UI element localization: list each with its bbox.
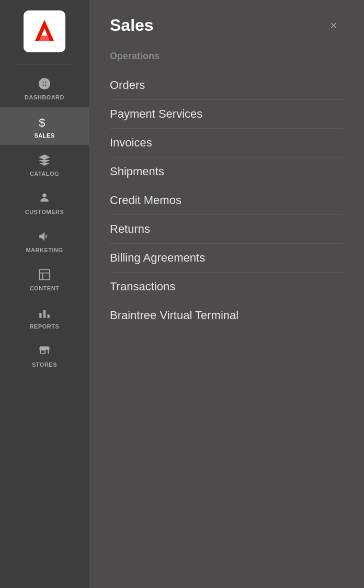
stores-label: STORES <box>32 361 57 368</box>
dashboard-icon <box>38 76 51 92</box>
content-label: CONTENT <box>30 285 60 291</box>
marketing-label: MARKETING <box>26 247 63 253</box>
panel-title: Sales <box>110 16 154 35</box>
menu-item-credit-memos[interactable]: Credit Memos <box>110 186 343 215</box>
svg-rect-6 <box>39 269 50 280</box>
marketing-icon <box>38 229 51 244</box>
svg-rect-10 <box>43 310 46 318</box>
menu-item-braintree[interactable]: Braintree Virtual Terminal <box>110 301 343 330</box>
reports-label: REPORTS <box>30 323 60 330</box>
sidebar-item-marketing[interactable]: MARKETING <box>0 221 89 259</box>
sales-icon: $ <box>38 114 51 130</box>
close-button[interactable]: × <box>324 16 343 35</box>
menu-item-orders[interactable]: Orders <box>110 71 343 100</box>
svg-text:$: $ <box>39 116 45 129</box>
svg-rect-9 <box>39 313 41 318</box>
menu-item-billing-agreements[interactable]: Billing Agreements <box>110 244 343 273</box>
panel-header: Sales × <box>110 16 343 35</box>
sidebar-item-catalog[interactable]: CATALOG <box>0 145 89 183</box>
adobe-logo-icon <box>30 17 59 46</box>
menu-list: OrdersPayment ServicesInvoicesShipmentsC… <box>110 71 343 330</box>
menu-item-returns[interactable]: Returns <box>110 215 343 244</box>
logo-box <box>24 10 65 52</box>
logo-area <box>0 0 89 62</box>
reports-icon <box>38 305 51 321</box>
sales-label: SALES <box>34 132 54 139</box>
sidebar-item-reports[interactable]: REPORTS <box>0 298 89 336</box>
sidebar-divider <box>16 64 73 64</box>
sidebar: DASHBOARD $ SALES CATALOG CUSTOMERS MARK… <box>0 0 89 588</box>
svg-rect-11 <box>47 314 49 318</box>
sidebar-item-customers[interactable]: CUSTOMERS <box>0 183 89 221</box>
menu-item-shipments[interactable]: Shipments <box>110 157 343 186</box>
stores-icon <box>38 343 51 359</box>
main-panel: Sales × Operations OrdersPayment Service… <box>89 0 364 588</box>
customers-label: CUSTOMERS <box>25 209 64 215</box>
section-label: Operations <box>110 51 343 62</box>
content-icon <box>38 267 51 282</box>
sidebar-item-dashboard[interactable]: DASHBOARD <box>0 69 89 107</box>
catalog-icon <box>38 152 51 168</box>
customers-icon <box>38 190 51 206</box>
sidebar-item-stores[interactable]: STORES <box>0 336 89 374</box>
dashboard-label: DASHBOARD <box>25 94 64 100</box>
menu-item-transactions[interactable]: Transactions <box>110 273 343 301</box>
menu-item-payment-services[interactable]: Payment Services <box>110 100 343 129</box>
sidebar-item-content[interactable]: CONTENT <box>0 259 89 298</box>
catalog-label: CATALOG <box>30 171 59 177</box>
menu-item-invoices[interactable]: Invoices <box>110 129 343 157</box>
sidebar-item-sales[interactable]: $ SALES <box>0 107 89 145</box>
svg-point-5 <box>42 194 47 198</box>
